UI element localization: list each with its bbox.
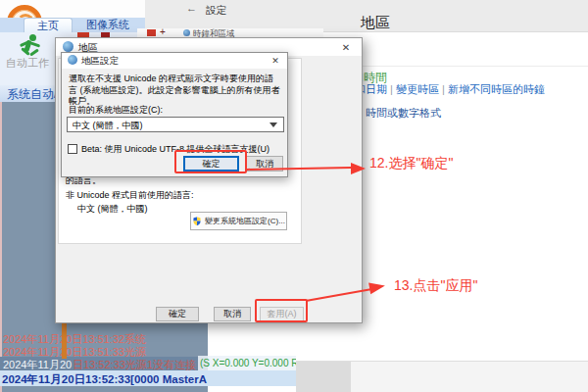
app-icon-red <box>147 29 156 36</box>
change-system-locale-button[interactable]: 變更系統地區設定(C)... <box>190 212 287 230</box>
log-row-4[interactable]: 2024年11月20日13:52:33[0000 MasterA <box>0 370 296 386</box>
checkbox-icon <box>68 144 77 154</box>
settings-bottom-gray-block <box>296 362 351 392</box>
tab-image-system[interactable]: 图像系统 <box>75 18 140 32</box>
auto-work-label: 自动工作 <box>0 56 55 70</box>
tab-home[interactable]: 主页 <box>24 18 73 32</box>
globe-icon <box>63 41 74 52</box>
link-separator: | <box>442 83 445 95</box>
chevron-down-icon <box>270 122 277 127</box>
settings-window-title: 設定 <box>206 4 226 18</box>
link-separator: | <box>390 83 393 95</box>
screenshot-root: ← 設定 地區 日期和時間 設定時間和日期 | 變更時區 | 新增不同時區的時鐘… <box>0 0 588 392</box>
annotation-box-step12 <box>174 150 247 173</box>
locale-description: 選取在不支援 Unicode 的程式顯示文字時要使用的語言 (系統地區設定)。此… <box>69 74 282 108</box>
tab-image-system-label: 图像系统 <box>86 18 129 32</box>
settings-bottom-light-block <box>351 362 588 392</box>
annotation-box-step13 <box>255 299 308 322</box>
annotation-label-step12: 12.选择"确定" <box>369 155 453 172</box>
region-ok-button[interactable]: 確定 <box>156 307 199 321</box>
globe-icon <box>183 29 190 36</box>
link-change-timezone[interactable]: 變更時區 <box>396 83 439 95</box>
locale-combobox[interactable]: 中文 (簡體，中國) <box>67 117 284 132</box>
current-locale-label: 目前的系統地區設定(C): <box>69 104 163 117</box>
non-unicode-value: 中文 (簡體，中國) <box>77 203 148 216</box>
globe-icon <box>68 55 77 65</box>
control-panel-strip: + 時鐘和區域 <box>137 28 323 37</box>
log-scroll-bar <box>62 323 67 359</box>
back-arrow-icon[interactable]: ← <box>186 2 197 14</box>
left-edge-strip <box>0 102 2 392</box>
locale-dialog-close-button[interactable]: ✕ <box>264 53 287 69</box>
close-icon: ✕ <box>271 56 279 66</box>
log-row-4-text: 2024年11月20日13:52:33[0000 MasterA <box>2 372 207 386</box>
log-row-3[interactable]: 2024年11月20 日13:52:33光源1没有连接 (S X=0.000 Y… <box>0 357 296 370</box>
locale-dialog-title: 地區設定 <box>81 55 119 68</box>
uac-shield-icon <box>192 216 202 226</box>
status-label: 系统自动/ <box>7 86 57 103</box>
change-system-locale-label: 變更系統地區設定(C)... <box>205 216 285 226</box>
settings-page-title: 地區 <box>361 14 390 32</box>
plus-icon[interactable]: + <box>160 26 166 37</box>
region-dialog-close-button[interactable]: ✕ <box>330 38 362 56</box>
locale-combobox-value: 中文 (簡體，中國) <box>73 120 143 132</box>
annotation-label-step13: 13.点击"应用" <box>394 277 477 295</box>
coords-overlay-text: (S X=0.000 Y=0.000 R <box>200 358 296 368</box>
runner-icon <box>17 34 44 58</box>
non-unicode-label: 非 Unicode 程式目前使用的語言: <box>66 189 194 202</box>
region-cancel-button[interactable]: 取消 <box>214 307 251 321</box>
tab-home-label: 主页 <box>37 19 59 33</box>
annotation-arrow-step12 <box>351 163 366 174</box>
settings-divider-top <box>323 31 588 32</box>
close-icon: ✕ <box>342 42 350 53</box>
link-add-clocks[interactable]: 新增不同時區的時鐘 <box>448 83 545 95</box>
coords-overlay-box: (S X=0.000 Y=0.000 R <box>198 356 296 370</box>
